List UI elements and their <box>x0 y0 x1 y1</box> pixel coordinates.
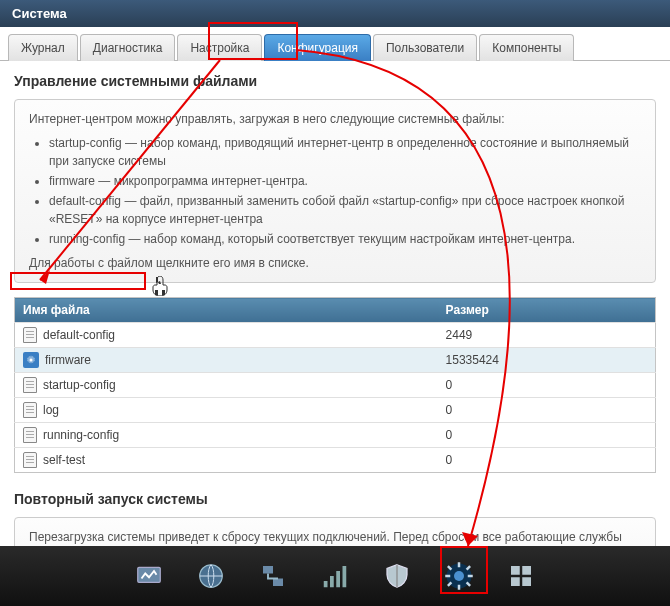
files-table: Имя файла Размер default-config 2449 fir… <box>14 297 656 473</box>
dock-monitor-icon[interactable] <box>131 558 167 594</box>
table-row[interactable]: log 0 <box>15 398 656 423</box>
file-icon <box>23 452 37 468</box>
col-size: Размер <box>438 298 656 323</box>
svg-rect-4 <box>273 579 283 587</box>
tab-diagnostics[interactable]: Диагностика <box>80 34 176 61</box>
table-row-firmware[interactable]: firmware 15335424 <box>15 348 656 373</box>
svg-rect-3 <box>263 566 273 574</box>
gear-icon <box>23 352 39 368</box>
table-row[interactable]: running-config 0 <box>15 423 656 448</box>
svg-rect-8 <box>343 566 347 587</box>
tab-configuration[interactable]: Конфигурация <box>264 34 371 61</box>
files-intro: Интернет-центром можно управлять, загруж… <box>29 110 641 128</box>
bullet-default: default-config — файл, призванный замени… <box>49 192 641 228</box>
svg-rect-22 <box>522 577 531 586</box>
bullet-running: running-config — набор команд, который с… <box>49 230 641 248</box>
file-icon <box>23 327 37 343</box>
tab-settings[interactable]: Настройка <box>177 34 262 61</box>
table-row[interactable]: startup-config 0 <box>15 373 656 398</box>
tab-users[interactable]: Пользователи <box>373 34 477 61</box>
app-header: Система <box>0 0 670 27</box>
bullet-firmware: firmware — микропрограмма интернет-центр… <box>49 172 641 190</box>
svg-rect-7 <box>336 571 340 587</box>
files-info-panel: Интернет-центром можно управлять, загруж… <box>14 99 656 283</box>
tab-journal[interactable]: Журнал <box>8 34 78 61</box>
table-row[interactable]: default-config 2449 <box>15 323 656 348</box>
svg-rect-6 <box>330 576 334 587</box>
col-filename: Имя файла <box>15 298 438 323</box>
svg-rect-20 <box>522 566 531 575</box>
dock-gear-icon[interactable] <box>441 558 477 594</box>
svg-rect-1 <box>138 567 161 582</box>
file-icon <box>23 402 37 418</box>
dock-apps-icon[interactable] <box>503 558 539 594</box>
files-hint: Для работы с файлом щелкните его имя в с… <box>29 254 641 272</box>
bullet-startup: startup-config — набор команд, приводящи… <box>49 134 641 170</box>
main-content: Управление системными файлами Интернет-ц… <box>0 61 670 606</box>
svg-rect-14 <box>468 575 473 578</box>
svg-rect-12 <box>458 585 461 590</box>
dock-globe-icon[interactable] <box>193 558 229 594</box>
svg-rect-19 <box>511 566 520 575</box>
svg-rect-21 <box>511 577 520 586</box>
dock-shield-icon[interactable] <box>379 558 415 594</box>
file-icon <box>23 427 37 443</box>
reboot-section-title: Повторный запуск системы <box>14 491 656 507</box>
dock-network-icon[interactable] <box>255 558 291 594</box>
tab-components[interactable]: Компоненты <box>479 34 574 61</box>
bottom-dock <box>0 546 670 606</box>
dock-signal-icon[interactable] <box>317 558 353 594</box>
page-title: Система <box>12 6 67 21</box>
svg-rect-5 <box>324 581 328 587</box>
svg-rect-11 <box>458 562 461 567</box>
svg-point-10 <box>454 571 464 581</box>
files-section-title: Управление системными файлами <box>14 73 656 89</box>
tab-bar: Журнал Диагностика Настройка Конфигураци… <box>0 27 670 61</box>
file-icon <box>23 377 37 393</box>
svg-rect-13 <box>445 575 450 578</box>
table-row[interactable]: self-test 0 <box>15 448 656 473</box>
